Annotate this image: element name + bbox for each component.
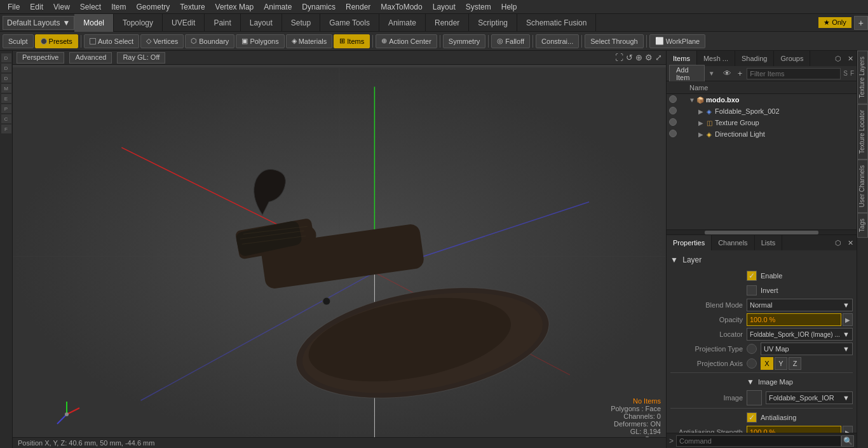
falloff-button[interactable]: ◎ Falloff bbox=[491, 34, 530, 48]
eye-toggle-1[interactable] bbox=[669, 95, 677, 103]
viewport-refresh-icon[interactable]: ↺ bbox=[626, 53, 633, 62]
sidebar-icon-5[interactable]: E bbox=[1, 94, 11, 103]
tab-shading[interactable]: Shading bbox=[735, 51, 774, 66]
menu-file[interactable]: File bbox=[3, 1, 25, 13]
tab-uvedit[interactable]: UVEdit bbox=[163, 14, 205, 32]
advanced-dropdown[interactable]: Advanced bbox=[69, 52, 112, 64]
menu-select[interactable]: Select bbox=[75, 1, 106, 13]
tab-animate[interactable]: Animate bbox=[379, 14, 426, 32]
tab-items[interactable]: Items bbox=[667, 51, 697, 66]
menu-edit[interactable]: Edit bbox=[25, 1, 48, 13]
aa-strength-input[interactable]: 100.0 % bbox=[747, 426, 841, 433]
antialiasing-checkbox[interactable]: ✓ bbox=[747, 412, 757, 423]
add-tab-button[interactable]: + bbox=[854, 16, 868, 30]
menu-system[interactable]: System bbox=[461, 1, 496, 13]
expand-arrow-3[interactable]: ▶ bbox=[697, 119, 705, 126]
symmetry-button[interactable]: Symmetry bbox=[443, 34, 486, 48]
axis-x-button[interactable]: X bbox=[761, 357, 773, 370]
opacity-expand-btn[interactable]: ▶ bbox=[843, 313, 853, 326]
dropdown-arrow[interactable]: ▼ bbox=[709, 70, 715, 77]
menu-vertex-map[interactable]: Vertex Map bbox=[210, 1, 259, 13]
tab-scripting[interactable]: Scripting bbox=[469, 14, 517, 32]
viewport-settings-icon[interactable]: ⚙ bbox=[645, 53, 653, 62]
expand-arrow-1[interactable]: ▼ bbox=[688, 97, 696, 104]
axis-z-button[interactable]: Z bbox=[789, 357, 801, 370]
horizontal-scrollbar[interactable] bbox=[667, 229, 857, 234]
polygons-button[interactable]: ▣ Polygons bbox=[236, 34, 284, 48]
tab-setup[interactable]: Setup bbox=[282, 14, 320, 32]
image-map-arrow[interactable]: ▼ bbox=[747, 377, 754, 386]
workplane-button[interactable]: ⬜ WorkPlane bbox=[649, 34, 706, 48]
panel-close-btn[interactable]: ✕ bbox=[844, 53, 857, 64]
raygl-toggle[interactable]: Ray GL: Off bbox=[117, 52, 165, 64]
command-input[interactable] bbox=[676, 435, 841, 447]
aa-strength-expand[interactable]: ▶ bbox=[843, 426, 853, 433]
menu-animate[interactable]: Animate bbox=[259, 1, 297, 13]
list-item[interactable]: ▶ ◈ Foldable_Spork_002 bbox=[667, 105, 857, 117]
tab-channels[interactable]: Channels bbox=[712, 235, 754, 250]
viewport[interactable]: Perspective Advanced Ray GL: Off ⛶ ↺ ⊕ ⚙… bbox=[13, 51, 666, 448]
tab-schematic-fusion[interactable]: Schematic Fusion bbox=[517, 14, 596, 32]
axis-y-button[interactable]: Y bbox=[775, 357, 787, 370]
tab-model[interactable]: Model bbox=[74, 14, 114, 32]
presets-button[interactable]: Presets bbox=[35, 34, 78, 48]
menu-view[interactable]: View bbox=[48, 1, 75, 13]
list-item[interactable]: ▼ 📦 modo.bxo bbox=[667, 94, 857, 105]
projection-type-dropdown[interactable]: UV Map ▼ bbox=[761, 343, 853, 355]
sidebar-icon-1[interactable]: D bbox=[1, 53, 11, 62]
tab-game-tools[interactable]: Game Tools bbox=[320, 14, 379, 32]
tab-topology[interactable]: Topology bbox=[114, 14, 163, 32]
invert-checkbox[interactable] bbox=[747, 285, 757, 295]
menu-item[interactable]: Item bbox=[106, 1, 131, 13]
sidebar-icon-3[interactable]: D bbox=[1, 74, 11, 83]
viewport-zoom-icon[interactable]: ⊕ bbox=[635, 53, 642, 62]
projection-type-radio[interactable] bbox=[747, 344, 757, 354]
sidebar-icon-8[interactable]: F bbox=[1, 125, 11, 133]
tab-properties[interactable]: Properties bbox=[667, 235, 712, 250]
viewport-maximize-icon[interactable]: ⤢ bbox=[655, 53, 662, 62]
tab-lists[interactable]: Lists bbox=[755, 235, 783, 250]
eye-toggle-3[interactable] bbox=[669, 118, 677, 126]
eye-toggle-4[interactable] bbox=[669, 130, 677, 137]
props-close-btn[interactable]: ✕ bbox=[844, 238, 857, 248]
star-button[interactable]: ★ Only bbox=[818, 17, 851, 28]
select-through-button[interactable]: Select Through bbox=[585, 34, 643, 48]
tab-render[interactable]: Render bbox=[426, 14, 469, 32]
filter-input[interactable] bbox=[747, 68, 841, 79]
scrollbar-thumb[interactable] bbox=[705, 231, 818, 234]
vtab-texture-layers[interactable]: Texture Layers bbox=[857, 51, 868, 104]
viewport-fit-icon[interactable]: ⛶ bbox=[615, 53, 623, 62]
auto-select-button[interactable]: Auto Select bbox=[84, 34, 139, 48]
items-button[interactable]: ⊞ Items bbox=[334, 34, 370, 48]
sidebar-icon-6[interactable]: P bbox=[1, 104, 11, 113]
menu-render[interactable]: Render bbox=[341, 1, 376, 13]
image-dropdown[interactable]: Foldable_Spork_IOR ▼ bbox=[766, 391, 853, 404]
item-vis-1[interactable] bbox=[668, 95, 678, 104]
sculpt-button[interactable]: Sculpt bbox=[3, 34, 34, 48]
command-search-btn[interactable]: 🔍 bbox=[841, 435, 854, 447]
tab-paint[interactable]: Paint bbox=[205, 14, 240, 32]
add-item-button[interactable]: Add Item bbox=[669, 65, 705, 83]
expand-arrow-4[interactable]: ▶ bbox=[697, 131, 705, 138]
expand-arrow-2[interactable]: ▶ bbox=[697, 108, 705, 115]
layout-dropdown[interactable]: Default Layouts ▼ bbox=[3, 16, 74, 30]
constrai-button[interactable]: Constrai... bbox=[536, 34, 579, 48]
menu-geometry[interactable]: Geometry bbox=[132, 1, 175, 13]
vertices-button[interactable]: ◇ Vertices bbox=[140, 34, 184, 48]
menu-maxtomodo[interactable]: MaxToModo bbox=[376, 1, 427, 13]
list-item[interactable]: ▶ ◫ Texture Group bbox=[667, 117, 857, 128]
boundary-button[interactable]: ⬡ Boundary bbox=[185, 34, 234, 48]
sidebar-icon-7[interactable]: C bbox=[1, 114, 11, 123]
sidebar-icon-2[interactable]: D bbox=[1, 64, 11, 72]
items-eye-icon[interactable]: 👁 bbox=[721, 68, 733, 79]
enable-checkbox[interactable]: ✓ bbox=[747, 271, 757, 281]
menu-texture[interactable]: Texture bbox=[175, 1, 210, 13]
blend-mode-dropdown[interactable]: Normal ▼ bbox=[747, 299, 853, 311]
opacity-input[interactable]: 100.0 % bbox=[747, 313, 841, 326]
command-arrow[interactable]: > bbox=[669, 437, 674, 445]
proj-axis-radio[interactable] bbox=[747, 358, 757, 369]
perspective-dropdown[interactable]: Perspective bbox=[17, 52, 64, 64]
vtab-texture-locator[interactable]: Texture Locator bbox=[857, 104, 868, 160]
locator-dropdown[interactable]: Foldable_Spork_IOR (Image) ... ▼ bbox=[747, 328, 853, 341]
tab-layout[interactable]: Layout bbox=[241, 14, 282, 32]
